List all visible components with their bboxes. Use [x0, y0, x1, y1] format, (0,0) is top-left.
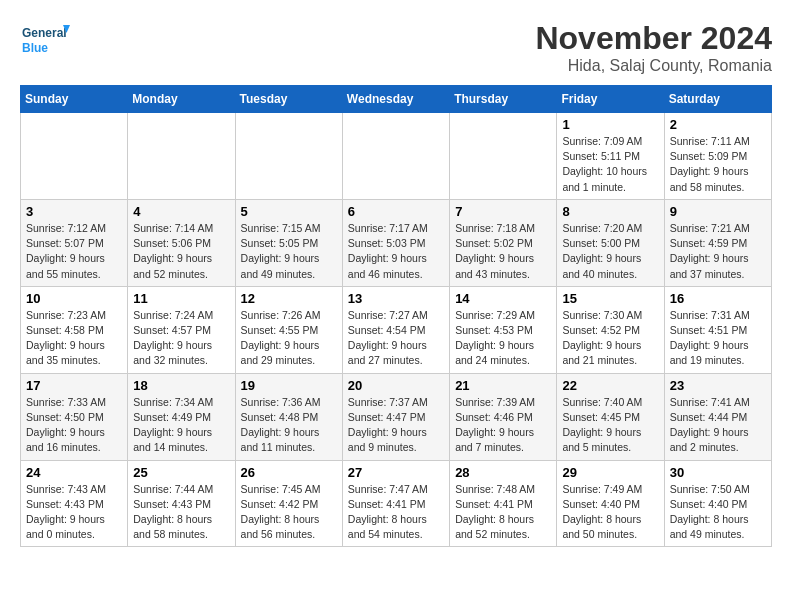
- day-info: Sunrise: 7:31 AM Sunset: 4:51 PM Dayligh…: [670, 308, 766, 369]
- day-info: Sunrise: 7:49 AM Sunset: 4:40 PM Dayligh…: [562, 482, 658, 543]
- day-number: 15: [562, 291, 658, 306]
- table-cell: 18Sunrise: 7:34 AM Sunset: 4:49 PM Dayli…: [128, 373, 235, 460]
- day-number: 27: [348, 465, 444, 480]
- day-info: Sunrise: 7:37 AM Sunset: 4:47 PM Dayligh…: [348, 395, 444, 456]
- day-info: Sunrise: 7:09 AM Sunset: 5:11 PM Dayligh…: [562, 134, 658, 195]
- day-info: Sunrise: 7:34 AM Sunset: 4:49 PM Dayligh…: [133, 395, 229, 456]
- table-cell: [342, 113, 449, 200]
- day-info: Sunrise: 7:47 AM Sunset: 4:41 PM Dayligh…: [348, 482, 444, 543]
- page-subtitle: Hida, Salaj County, Romania: [535, 57, 772, 75]
- table-cell: 6Sunrise: 7:17 AM Sunset: 5:03 PM Daylig…: [342, 199, 449, 286]
- day-number: 21: [455, 378, 551, 393]
- day-info: Sunrise: 7:26 AM Sunset: 4:55 PM Dayligh…: [241, 308, 337, 369]
- table-cell: 15Sunrise: 7:30 AM Sunset: 4:52 PM Dayli…: [557, 286, 664, 373]
- day-info: Sunrise: 7:40 AM Sunset: 4:45 PM Dayligh…: [562, 395, 658, 456]
- calendar-week-2: 3Sunrise: 7:12 AM Sunset: 5:07 PM Daylig…: [21, 199, 772, 286]
- table-cell: 14Sunrise: 7:29 AM Sunset: 4:53 PM Dayli…: [450, 286, 557, 373]
- table-cell: 19Sunrise: 7:36 AM Sunset: 4:48 PM Dayli…: [235, 373, 342, 460]
- day-info: Sunrise: 7:21 AM Sunset: 4:59 PM Dayligh…: [670, 221, 766, 282]
- day-number: 18: [133, 378, 229, 393]
- table-cell: [128, 113, 235, 200]
- day-number: 24: [26, 465, 122, 480]
- day-info: Sunrise: 7:30 AM Sunset: 4:52 PM Dayligh…: [562, 308, 658, 369]
- day-number: 22: [562, 378, 658, 393]
- table-cell: 11Sunrise: 7:24 AM Sunset: 4:57 PM Dayli…: [128, 286, 235, 373]
- day-info: Sunrise: 7:14 AM Sunset: 5:06 PM Dayligh…: [133, 221, 229, 282]
- calendar-week-1: 1Sunrise: 7:09 AM Sunset: 5:11 PM Daylig…: [21, 113, 772, 200]
- day-info: Sunrise: 7:12 AM Sunset: 5:07 PM Dayligh…: [26, 221, 122, 282]
- day-info: Sunrise: 7:45 AM Sunset: 4:42 PM Dayligh…: [241, 482, 337, 543]
- header-row: General Blue November 2024 Hida, Salaj C…: [20, 20, 772, 75]
- table-cell: 27Sunrise: 7:47 AM Sunset: 4:41 PM Dayli…: [342, 460, 449, 547]
- table-cell: 24Sunrise: 7:43 AM Sunset: 4:43 PM Dayli…: [21, 460, 128, 547]
- day-number: 11: [133, 291, 229, 306]
- table-cell: [450, 113, 557, 200]
- day-number: 1: [562, 117, 658, 132]
- day-info: Sunrise: 7:11 AM Sunset: 5:09 PM Dayligh…: [670, 134, 766, 195]
- header-thursday: Thursday: [450, 86, 557, 113]
- svg-text:General: General: [22, 26, 67, 40]
- table-cell: 30Sunrise: 7:50 AM Sunset: 4:40 PM Dayli…: [664, 460, 771, 547]
- day-number: 20: [348, 378, 444, 393]
- day-number: 10: [26, 291, 122, 306]
- day-info: Sunrise: 7:15 AM Sunset: 5:05 PM Dayligh…: [241, 221, 337, 282]
- day-number: 30: [670, 465, 766, 480]
- logo-text: General Blue: [20, 20, 70, 60]
- table-cell: 20Sunrise: 7:37 AM Sunset: 4:47 PM Dayli…: [342, 373, 449, 460]
- day-number: 14: [455, 291, 551, 306]
- header-friday: Friday: [557, 86, 664, 113]
- table-cell: 25Sunrise: 7:44 AM Sunset: 4:43 PM Dayli…: [128, 460, 235, 547]
- table-cell: 23Sunrise: 7:41 AM Sunset: 4:44 PM Dayli…: [664, 373, 771, 460]
- header-monday: Monday: [128, 86, 235, 113]
- title-block: November 2024 Hida, Salaj County, Romani…: [535, 20, 772, 75]
- table-cell: 28Sunrise: 7:48 AM Sunset: 4:41 PM Dayli…: [450, 460, 557, 547]
- table-cell: 21Sunrise: 7:39 AM Sunset: 4:46 PM Dayli…: [450, 373, 557, 460]
- day-info: Sunrise: 7:20 AM Sunset: 5:00 PM Dayligh…: [562, 221, 658, 282]
- logo-svg: General Blue: [20, 20, 70, 60]
- table-cell: 12Sunrise: 7:26 AM Sunset: 4:55 PM Dayli…: [235, 286, 342, 373]
- day-number: 23: [670, 378, 766, 393]
- calendar-week-4: 17Sunrise: 7:33 AM Sunset: 4:50 PM Dayli…: [21, 373, 772, 460]
- day-number: 16: [670, 291, 766, 306]
- day-number: 25: [133, 465, 229, 480]
- table-cell: 8Sunrise: 7:20 AM Sunset: 5:00 PM Daylig…: [557, 199, 664, 286]
- day-info: Sunrise: 7:39 AM Sunset: 4:46 PM Dayligh…: [455, 395, 551, 456]
- day-number: 17: [26, 378, 122, 393]
- day-info: Sunrise: 7:27 AM Sunset: 4:54 PM Dayligh…: [348, 308, 444, 369]
- day-info: Sunrise: 7:36 AM Sunset: 4:48 PM Dayligh…: [241, 395, 337, 456]
- day-info: Sunrise: 7:48 AM Sunset: 4:41 PM Dayligh…: [455, 482, 551, 543]
- page-title: November 2024: [535, 20, 772, 57]
- day-info: Sunrise: 7:29 AM Sunset: 4:53 PM Dayligh…: [455, 308, 551, 369]
- day-number: 3: [26, 204, 122, 219]
- calendar-week-3: 10Sunrise: 7:23 AM Sunset: 4:58 PM Dayli…: [21, 286, 772, 373]
- day-number: 8: [562, 204, 658, 219]
- day-number: 29: [562, 465, 658, 480]
- calendar-header-row: Sunday Monday Tuesday Wednesday Thursday…: [21, 86, 772, 113]
- calendar-table: Sunday Monday Tuesday Wednesday Thursday…: [20, 85, 772, 547]
- day-number: 19: [241, 378, 337, 393]
- day-number: 9: [670, 204, 766, 219]
- table-cell: 10Sunrise: 7:23 AM Sunset: 4:58 PM Dayli…: [21, 286, 128, 373]
- day-info: Sunrise: 7:24 AM Sunset: 4:57 PM Dayligh…: [133, 308, 229, 369]
- svg-text:Blue: Blue: [22, 41, 48, 55]
- header-tuesday: Tuesday: [235, 86, 342, 113]
- day-info: Sunrise: 7:23 AM Sunset: 4:58 PM Dayligh…: [26, 308, 122, 369]
- table-cell: 3Sunrise: 7:12 AM Sunset: 5:07 PM Daylig…: [21, 199, 128, 286]
- header-saturday: Saturday: [664, 86, 771, 113]
- table-cell: [235, 113, 342, 200]
- day-info: Sunrise: 7:43 AM Sunset: 4:43 PM Dayligh…: [26, 482, 122, 543]
- header-sunday: Sunday: [21, 86, 128, 113]
- day-info: Sunrise: 7:18 AM Sunset: 5:02 PM Dayligh…: [455, 221, 551, 282]
- table-cell: 7Sunrise: 7:18 AM Sunset: 5:02 PM Daylig…: [450, 199, 557, 286]
- day-number: 5: [241, 204, 337, 219]
- logo: General Blue: [20, 20, 70, 60]
- day-number: 4: [133, 204, 229, 219]
- day-number: 7: [455, 204, 551, 219]
- day-number: 6: [348, 204, 444, 219]
- day-number: 2: [670, 117, 766, 132]
- page-container: General Blue November 2024 Hida, Salaj C…: [0, 0, 792, 557]
- table-cell: 26Sunrise: 7:45 AM Sunset: 4:42 PM Dayli…: [235, 460, 342, 547]
- day-number: 28: [455, 465, 551, 480]
- table-cell: 2Sunrise: 7:11 AM Sunset: 5:09 PM Daylig…: [664, 113, 771, 200]
- table-cell: 29Sunrise: 7:49 AM Sunset: 4:40 PM Dayli…: [557, 460, 664, 547]
